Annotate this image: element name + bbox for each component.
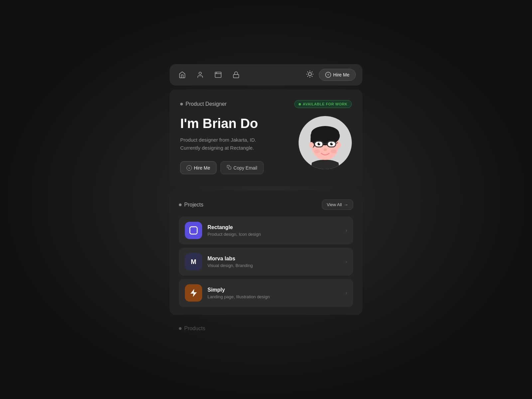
simply-chevron-icon: › bbox=[345, 290, 347, 296]
profile-nav-icon[interactable] bbox=[194, 69, 206, 81]
svg-line-13 bbox=[312, 71, 312, 72]
copy-icon bbox=[227, 165, 231, 171]
rectangle-project-tags: Product design, Icon design bbox=[207, 232, 340, 237]
available-dot-icon bbox=[299, 103, 301, 105]
nav-right: + Hire Me bbox=[306, 69, 356, 81]
lock-nav-icon[interactable] bbox=[230, 69, 242, 81]
svg-point-33 bbox=[314, 149, 320, 153]
hero-name: I'm Brian Do bbox=[180, 116, 292, 131]
view-all-label: View All bbox=[327, 202, 342, 207]
products-label: Products bbox=[184, 326, 205, 332]
hire-me-label: Hire Me bbox=[194, 165, 210, 171]
project-list: Rectangle Product design, Icon design › … bbox=[179, 216, 353, 307]
products-title: Products bbox=[179, 326, 353, 332]
hire-me-nav-label: Hire Me bbox=[333, 72, 349, 77]
simply-project-name: Simply bbox=[207, 287, 340, 293]
role-dot bbox=[180, 103, 183, 105]
arrow-right-icon: → bbox=[344, 202, 348, 207]
morva-project-tags: Visual design, Branding bbox=[207, 263, 340, 268]
rectangle-project-icon bbox=[185, 222, 202, 239]
avatar-illustration bbox=[302, 116, 348, 169]
project-item-simply[interactable]: Simply Landing page, Illustration design… bbox=[179, 279, 353, 307]
navbar: + Hire Me bbox=[170, 64, 362, 85]
svg-rect-35 bbox=[190, 227, 197, 234]
svg-rect-14 bbox=[228, 167, 231, 169]
rectangle-project-name: Rectangle bbox=[207, 224, 340, 230]
copy-email-label: Copy Email bbox=[233, 165, 257, 171]
svg-point-31 bbox=[332, 143, 333, 144]
hero-body: I'm Brian Do Product designer from Jakar… bbox=[180, 116, 352, 174]
home-nav-icon[interactable] bbox=[176, 69, 188, 81]
hire-plus-icon: + bbox=[187, 165, 192, 171]
avatar bbox=[299, 116, 352, 169]
svg-rect-4 bbox=[233, 74, 239, 78]
svg-line-12 bbox=[308, 76, 308, 76]
hero-top: Product Designer AVAILABLE FOR WORK bbox=[180, 100, 352, 108]
hero-description: Product designer from Jakarta, ID. Curre… bbox=[180, 136, 292, 152]
svg-point-5 bbox=[308, 72, 311, 75]
copy-email-button[interactable]: Copy Email bbox=[220, 161, 264, 174]
svg-point-34 bbox=[331, 149, 336, 153]
hero-text: I'm Brian Do Product designer from Jakar… bbox=[180, 116, 292, 174]
svg-point-18 bbox=[311, 126, 339, 141]
products-section-hint: Products bbox=[170, 319, 362, 335]
rectangle-chevron-icon: › bbox=[345, 227, 347, 233]
simply-project-info: Simply Landing page, Illustration design bbox=[207, 287, 340, 299]
hero-actions: + Hire Me Copy Email bbox=[180, 161, 292, 174]
projects-header: Projects View All → bbox=[179, 200, 353, 210]
nav-icons bbox=[176, 69, 242, 81]
rectangle-project-info: Rectangle Product design, Icon design bbox=[207, 224, 340, 237]
projects-card: Projects View All → Rectangle Product de… bbox=[170, 190, 362, 315]
projects-label: Projects bbox=[184, 202, 203, 208]
morva-chevron-icon: › bbox=[345, 259, 347, 265]
project-item-rectangle[interactable]: Rectangle Product design, Icon design › bbox=[179, 216, 353, 244]
browser-nav-icon[interactable] bbox=[212, 69, 224, 81]
projects-dot bbox=[179, 203, 182, 206]
svg-point-0 bbox=[199, 72, 201, 74]
plus-circle-icon: + bbox=[325, 72, 331, 78]
morva-project-name: Morva labs bbox=[207, 256, 340, 262]
hero-desc-line1: Product designer from Jakarta, ID. bbox=[180, 137, 256, 143]
morva-project-info: Morva labs Visual design, Branding bbox=[207, 256, 340, 268]
hero-card: Product Designer AVAILABLE FOR WORK I'm … bbox=[170, 89, 362, 186]
projects-title: Projects bbox=[179, 202, 203, 208]
svg-point-30 bbox=[319, 143, 320, 144]
hire-me-nav-button[interactable]: + Hire Me bbox=[319, 69, 356, 81]
simply-project-tags: Landing page, Illustration design bbox=[207, 294, 340, 299]
available-text: AVAILABLE FOR WORK bbox=[303, 102, 347, 106]
hero-desc-line2: Currently designing at Rectangle. bbox=[180, 145, 254, 151]
project-item-morva[interactable]: M Morva labs Visual design, Branding › bbox=[179, 248, 353, 276]
simply-project-icon bbox=[185, 284, 202, 302]
available-badge: AVAILABLE FOR WORK bbox=[294, 100, 352, 108]
view-all-button[interactable]: View All → bbox=[322, 200, 353, 210]
hire-me-button[interactable]: + Hire Me bbox=[180, 161, 216, 174]
svg-point-32 bbox=[324, 148, 327, 151]
theme-toggle-icon[interactable] bbox=[306, 70, 314, 79]
svg-line-9 bbox=[312, 76, 312, 76]
hero-role: Product Designer bbox=[180, 101, 227, 107]
app-container: + Hire Me Product Designer AVAILABLE FOR… bbox=[170, 64, 362, 335]
svg-line-8 bbox=[308, 71, 308, 72]
svg-rect-1 bbox=[215, 72, 221, 78]
morva-project-icon: M bbox=[185, 253, 202, 270]
products-dot bbox=[179, 327, 182, 330]
role-label: Product Designer bbox=[186, 101, 227, 107]
